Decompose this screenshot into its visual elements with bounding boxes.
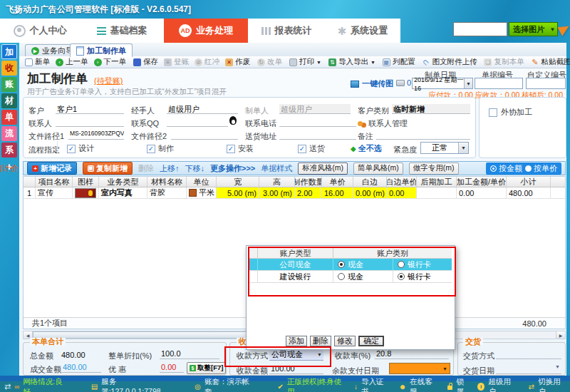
col-unit[interactable]: 单位 — [187, 177, 217, 187]
make-date-select[interactable]: 2016/9/12 星期一 16▼ — [412, 78, 473, 89]
path2-field[interactable] — [171, 130, 238, 140]
delete-row-button[interactable]: 删除 — [138, 163, 154, 174]
status-badge[interactable]: (待登账) — [94, 76, 123, 86]
pricing-by-amount-radio[interactable]: 按金额 — [490, 163, 522, 174]
side-tab-dan[interactable]: 单 — [1, 110, 17, 125]
col-width[interactable]: 宽 — [217, 177, 259, 187]
qq-field[interactable] — [167, 117, 228, 127]
discount-field[interactable]: 100.0 — [160, 349, 219, 359]
doc-no-input[interactable] — [475, 78, 523, 89]
col-post-amount[interactable]: 加工金额/单价 — [457, 177, 507, 187]
col-seq[interactable] — [24, 177, 36, 187]
custom-no-input[interactable] — [526, 78, 566, 89]
side-tab-zhang[interactable]: 账 — [1, 77, 17, 92]
card-radio[interactable]: 银行卡 — [393, 271, 452, 282]
toolbar-post-button[interactable]: ≡登账 — [161, 57, 192, 67]
col-picture[interactable]: 图样 — [73, 177, 99, 187]
round-button[interactable]: $ 取整[F7] — [187, 362, 226, 374]
side-tab-shou[interactable]: 收 — [1, 61, 17, 76]
flow-option-design[interactable]: ✓设计 — [67, 143, 94, 154]
add-record-button[interactable]: +新增记录 — [27, 162, 77, 175]
pricing-by-unit-radio[interactable]: 按单价 — [525, 163, 557, 174]
qq-penguin-icon[interactable] — [229, 116, 237, 125]
payment-method-select[interactable]: 公司现金 ▼ — [269, 349, 323, 361]
uncheck-all-link[interactable]: ◆ 全不选 — [351, 143, 382, 154]
menu-base-archives[interactable]: 基础档案 — [80, 19, 164, 43]
cell-price[interactable]: 16.00 — [322, 187, 353, 198]
cell-width[interactable]: 5.00 (m) — [217, 187, 259, 198]
toolbar-copy-doc-button[interactable]: ❏复制本单 — [481, 57, 527, 67]
import-cert-link[interactable]: 导入证书 — [361, 377, 389, 392]
style-lettering-button[interactable]: 做字专用(m) — [409, 163, 459, 175]
menu-system-settings[interactable]: ✱ 系统设置 — [325, 19, 400, 43]
table-row[interactable]: 1 宣传 室内写真 背胶 平米 5.00 (m) 3.00 (m) 2.00 1… — [24, 187, 565, 199]
flow-option-install[interactable]: ✓安装 — [227, 143, 254, 154]
toolbar-save-button[interactable]: 保存 — [130, 57, 161, 67]
toolbar-print-button[interactable]: 打印▼ — [286, 57, 324, 67]
side-tab-cai[interactable]: 材 — [1, 93, 17, 108]
col-material[interactable]: 材料名称 — [147, 177, 187, 187]
side-tab-xi[interactable]: 系 — [1, 143, 17, 158]
account-row-construction-bank[interactable]: 建设银行 现金 银行卡 — [249, 271, 452, 283]
col-height[interactable]: 高 — [259, 177, 295, 187]
phone-field[interactable] — [279, 117, 356, 127]
cell-name[interactable]: 宣传 — [36, 187, 73, 198]
style-standard-button[interactable]: 标准风格(m) — [298, 163, 348, 175]
customer-field[interactable]: 客户1 — [56, 104, 124, 114]
menu-business-processing[interactable]: AD 业务处理 — [164, 19, 248, 43]
toolbar-paste-screenshot-button[interactable]: ✎粘贴截图 — [528, 57, 570, 67]
side-tab-jia[interactable]: 加 — [1, 44, 17, 59]
path1-field[interactable]: MS-20160903ZPQV:C:\ — [68, 130, 124, 140]
menu-personal-center[interactable]: 个人中心 — [0, 19, 80, 43]
toolbar-attachment-upload-button[interactable]: ⊂图文附件上传 — [419, 57, 480, 67]
delivery-method-field[interactable] — [496, 349, 561, 359]
cell-white-edge[interactable]: 0.00 (m) — [353, 187, 387, 198]
toolbar-new-button[interactable]: 新单 — [22, 57, 53, 67]
col-subtotal[interactable]: 小计 — [507, 177, 551, 187]
col-name[interactable]: 项目名称 — [36, 177, 73, 187]
more-actions-button[interactable]: 更多操作>>> — [210, 163, 255, 174]
flow-option-deliver[interactable]: ✓送货 — [298, 143, 325, 154]
contact-mgmt-link[interactable]: 联系人管理 — [358, 118, 408, 129]
scroll-right-arrow[interactable]: ▶ — [556, 331, 565, 339]
col-qty[interactable]: 制作数量 — [295, 177, 322, 187]
handler-field[interactable]: 超级用户 — [167, 104, 238, 114]
urgency-select[interactable]: 正常▼ — [420, 142, 469, 154]
online-service-link[interactable]: 在线客服 — [410, 377, 437, 392]
account-row-company-cash[interactable]: 公司现金 现金 银行卡 — [249, 259, 452, 271]
delivery-date-field[interactable]: ▼ — [496, 364, 561, 374]
contact-field[interactable] — [56, 117, 124, 127]
note-field[interactable] — [376, 130, 470, 140]
col-type[interactable]: 业务类型 — [99, 177, 147, 187]
cell-post-amount[interactable]: 0.00 — [457, 187, 507, 198]
quick-upload-link[interactable]: 一键传图 — [351, 78, 393, 89]
toolbar-red-flush-button[interactable]: ⊘红冲 — [192, 57, 222, 67]
outsource-checkbox[interactable]: 外协加工 — [489, 107, 532, 118]
toolbar-column-config-button[interactable]: ▦列配置 — [380, 57, 418, 67]
flow-option-make[interactable]: ✓制作 — [147, 143, 174, 154]
col-white-price[interactable]: 白边单价 — [387, 177, 417, 187]
tab-processing-order[interactable]: 加工制作单 — [70, 43, 133, 57]
copy-add-button[interactable]: ❏复制新增 — [83, 162, 133, 175]
toolbar-modify-button[interactable]: ↻改单 — [254, 57, 285, 67]
category-field[interactable]: 临时新增 — [392, 104, 470, 114]
col-price[interactable]: 单价 — [322, 177, 353, 187]
image-search-input[interactable] — [453, 22, 507, 36]
toolbar-void-button[interactable]: ✕作废 — [222, 57, 253, 67]
toolbar-next-button[interactable]: ›下一单 — [91, 57, 130, 67]
cell-type[interactable]: 室内写真 — [99, 187, 147, 198]
cash-radio[interactable]: 现金 — [333, 259, 393, 270]
col-post-process[interactable]: 后期加工 — [417, 177, 457, 187]
delete-account-button[interactable]: 删除 — [310, 336, 331, 346]
menu-report-statistics[interactable]: 报表统计 — [248, 19, 325, 43]
toolbar-prev-button[interactable]: ‹上一单 — [53, 57, 91, 67]
pick-image-button[interactable]: 选择图片 — [509, 22, 549, 36]
payment-amount-field[interactable]: 100.00 — [269, 364, 323, 374]
col-white-edge[interactable]: 白边 — [353, 177, 387, 187]
horn-icon[interactable] — [558, 22, 570, 36]
lock-screen-link[interactable]: 锁屏 — [456, 377, 470, 392]
side-tab-liu[interactable]: 流 — [1, 126, 17, 141]
sync-icon[interactable]: ⇄ — [4, 382, 11, 391]
cell-height[interactable]: 3.00 (m) — [259, 187, 295, 198]
delivery-addr-field[interactable] — [279, 130, 356, 140]
